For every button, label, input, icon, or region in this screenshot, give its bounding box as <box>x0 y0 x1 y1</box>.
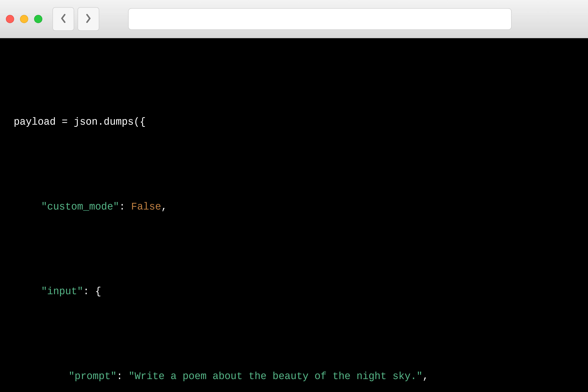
code-line: "custom_mode": False, <box>14 196 576 218</box>
browser-titlebar <box>0 0 588 38</box>
code-line: "input": { <box>14 281 576 302</box>
nav-forward-button[interactable] <box>78 7 99 31</box>
url-input[interactable] <box>128 8 512 30</box>
window-controls <box>6 15 42 23</box>
code-token: False <box>131 201 161 212</box>
code-token: "prompt" <box>68 371 116 382</box>
nav-back-button[interactable] <box>52 7 74 31</box>
code-line: "prompt": "Write a poem about the beauty… <box>14 366 576 387</box>
code-token: : <box>119 201 131 212</box>
chevron-left-icon <box>60 14 66 24</box>
code-token: : { <box>83 286 101 297</box>
code-token: , <box>161 201 167 212</box>
chevron-right-icon <box>86 14 91 24</box>
code-token: "Write a poem about the beauty of the ni… <box>128 371 422 382</box>
window-minimize-button[interactable] <box>20 15 28 23</box>
code-line: payload = json.dumps({ <box>14 112 576 133</box>
code-token: "custom_mode" <box>41 201 119 212</box>
code-token: json.dumps({ <box>68 116 146 128</box>
window-close-button[interactable] <box>6 15 14 23</box>
code-token: payload <box>14 116 62 128</box>
code-token: : <box>116 371 128 382</box>
window-zoom-button[interactable] <box>34 15 42 23</box>
code-token: "input" <box>41 286 83 297</box>
code-viewport: payload = json.dumps({ "custom_mode": Fa… <box>0 38 588 392</box>
code-token: , <box>422 371 429 382</box>
code-token: = <box>62 116 68 128</box>
